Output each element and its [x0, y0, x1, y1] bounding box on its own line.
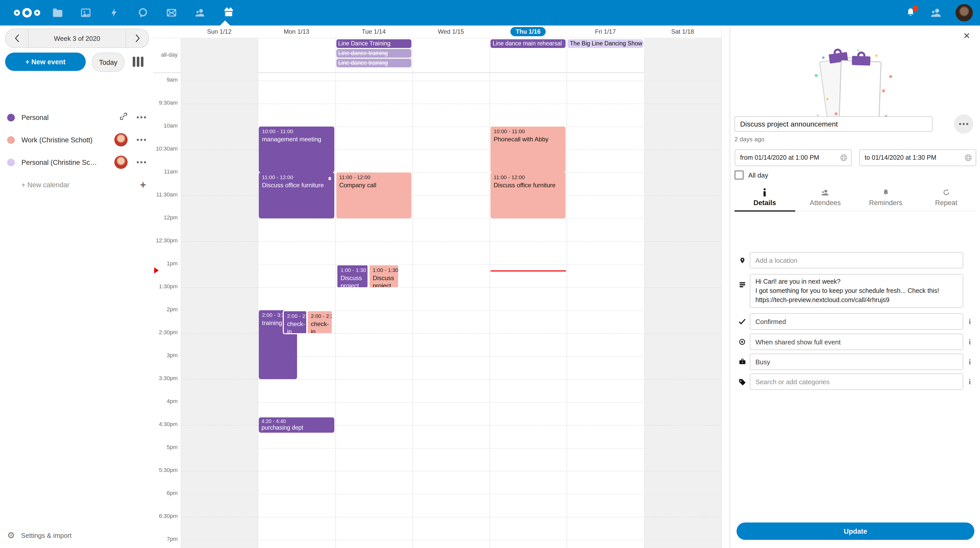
day-column-sat[interactable] — [644, 72, 721, 548]
allday-event[interactable]: Line dance main rehearsal — [490, 39, 566, 48]
event[interactable]: 4:20 - 4:40purchasing dept — [259, 418, 334, 433]
day-column-sun[interactable] — [181, 72, 258, 548]
new-calendar-row[interactable]: + New calendar + — [0, 173, 153, 196]
day-header-tue[interactable]: Tue 1/14 — [335, 25, 412, 38]
close-icon[interactable]: ✕ — [962, 32, 971, 41]
allday-cell-wed[interactable] — [412, 38, 490, 73]
time-label: 6pm — [153, 490, 178, 496]
categories-input[interactable] — [750, 373, 963, 390]
calendar-menu-icon[interactable] — [137, 116, 146, 118]
day-column-fri[interactable] — [567, 72, 644, 548]
freebusy-select[interactable] — [750, 354, 963, 370]
tab-repeat[interactable]: Repeat — [916, 188, 977, 211]
photos-app-icon[interactable] — [80, 6, 92, 19]
tab-details[interactable]: Details — [735, 188, 795, 211]
view-mode-icon[interactable] — [133, 57, 143, 67]
week-label[interactable]: Week 3 of 2020 — [28, 29, 126, 48]
settings-label: Settings & import — [21, 532, 72, 539]
day-header-thu-today[interactable]: Thu 1/16 — [490, 25, 567, 38]
end-date-field[interactable] — [859, 149, 977, 166]
allday-cell-sat[interactable] — [644, 38, 721, 73]
freebusy-info-icon[interactable]: i — [963, 357, 977, 366]
tab-reminders[interactable]: Reminders — [856, 188, 916, 211]
day-header-mon[interactable]: Mon 1/13 — [258, 25, 335, 38]
calendar-item-personal-shared[interactable]: Personal (Christine Schott) — [0, 151, 153, 173]
start-date-input[interactable] — [735, 150, 851, 165]
today-button[interactable]: Today — [92, 52, 124, 72]
location-input[interactable] — [750, 252, 963, 268]
allday-cell-sun[interactable] — [181, 38, 258, 73]
contacts-app-icon[interactable] — [194, 6, 206, 19]
contacts-menu-icon[interactable] — [930, 6, 942, 19]
event[interactable]: 11:00 - 12:00Discuss office furniture — [490, 172, 566, 218]
app-window: Week 3 of 2020 + New event Today Persona… — [0, 0, 980, 548]
event[interactable]: 11:00 - 12:00Discuss office furniture — [259, 172, 334, 218]
visibility-info-icon[interactable]: i — [963, 338, 977, 346]
all-day-toggle[interactable]: All day — [735, 170, 768, 179]
calendar-item-work-shared[interactable]: Work (Christine Schott) — [0, 129, 153, 151]
settings-import[interactable]: ⚙ Settings & import — [7, 530, 72, 541]
files-app-icon[interactable] — [51, 6, 63, 19]
new-event-button[interactable]: + New event — [5, 52, 86, 71]
nextcloud-logo[interactable] — [11, 7, 43, 21]
event[interactable]: 11:00 - 12:00Company call — [336, 172, 411, 218]
day-column-mon[interactable]: 10:00 - 11:00management meeting 11:00 - … — [258, 72, 335, 548]
day-header-fri[interactable]: Fri 1/17 — [567, 25, 644, 38]
allday-cell-mon[interactable] — [258, 38, 335, 73]
allday-event-declined[interactable]: Line dance training — [336, 59, 411, 67]
calendar-menu-icon[interactable] — [137, 161, 146, 163]
description-textarea[interactable]: Hi Carl! are you in next week? I got som… — [750, 274, 963, 308]
status-select[interactable] — [750, 313, 963, 330]
time-label: 1:30pm — [153, 283, 178, 289]
timezone-globe-icon[interactable] — [964, 154, 972, 164]
all-day-row: all-day Line Dance Training Line dance t… — [153, 38, 730, 73]
time-label: 11am — [153, 168, 178, 175]
status-info-icon[interactable]: i — [963, 317, 977, 326]
timezone-globe-icon[interactable] — [840, 154, 848, 164]
all-day-label: all-day — [153, 52, 178, 58]
event[interactable]: 2:00 - 2:30check-in — [283, 310, 307, 334]
mail-app-icon[interactable] — [165, 6, 178, 19]
talk-app-icon[interactable] — [137, 6, 149, 19]
allday-event-declined[interactable]: Line dance training — [336, 49, 411, 58]
allday-event[interactable]: Line Dance Training — [336, 39, 411, 48]
day-header-sat[interactable]: Sat 1/18 — [644, 25, 721, 38]
categories-info-icon[interactable]: i — [963, 377, 977, 386]
activity-app-icon[interactable] — [108, 6, 121, 19]
start-date-field[interactable] — [735, 149, 852, 166]
tab-attendees[interactable]: Attendees — [795, 188, 856, 211]
event[interactable]: 1:00 - 1:30Discuss project — [369, 264, 399, 288]
user-avatar[interactable] — [956, 4, 973, 21]
day-header-wed[interactable]: Wed 1/15 — [412, 25, 490, 38]
day-column-wed[interactable] — [412, 72, 490, 548]
day-column-thu[interactable]: 10:00 - 11:00Phonecall with Abby 11:00 -… — [490, 72, 567, 548]
allday-cell-tue[interactable]: Line Dance Training Line dance training … — [335, 38, 412, 73]
calendar-app-icon[interactable] — [223, 6, 235, 19]
calendar-menu-icon[interactable] — [137, 139, 146, 141]
share-link-icon[interactable] — [119, 112, 127, 122]
calendar-item-personal[interactable]: Personal — [0, 106, 153, 129]
event[interactable]: 1:00 - 1:30Discuss project announcement — [336, 264, 369, 288]
plus-icon[interactable]: + — [140, 179, 146, 191]
day-header-sun[interactable]: Sun 1/12 — [181, 25, 258, 38]
event-actions-button[interactable] — [954, 114, 974, 134]
day-header-row: Sun 1/12 Mon 1/13 Tue 1/14 Wed 1/15 Thu … — [181, 25, 721, 38]
allday-cell-fri[interactable]: The Big Line Dancing Show — [567, 38, 644, 73]
allday-event[interactable]: The Big Line Dancing Show — [568, 39, 643, 48]
calendar-color-dot — [7, 159, 15, 166]
event-title-input[interactable] — [735, 116, 932, 132]
next-week-button[interactable] — [126, 29, 148, 48]
update-button[interactable]: Update — [737, 523, 974, 540]
event[interactable]: 10:00 - 11:00management meeting — [259, 127, 334, 172]
current-time-line — [490, 270, 566, 272]
visibility-select[interactable] — [750, 334, 963, 350]
notifications-bell-icon[interactable] — [905, 7, 917, 18]
all-day-checkbox[interactable] — [735, 170, 744, 179]
previous-week-button[interactable] — [6, 29, 28, 48]
event[interactable]: 10:00 - 11:00Phonecall with Abby — [490, 127, 566, 172]
day-column-tue[interactable]: 11:00 - 12:00Company call 1:00 - 1:30Dis… — [335, 72, 412, 548]
allday-cell-thu[interactable]: Line dance main rehearsal — [490, 38, 567, 73]
event[interactable]: 2:00 - 2:30check-in — [307, 310, 333, 334]
end-date-input[interactable] — [860, 150, 975, 165]
time-label: 9am — [153, 76, 178, 83]
